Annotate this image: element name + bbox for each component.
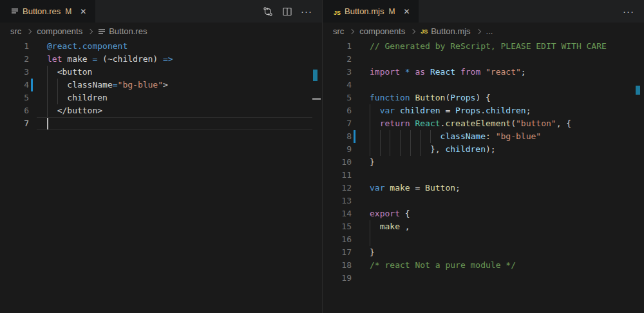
indent-guide bbox=[47, 66, 48, 117]
code-text: var children = Props.children; bbox=[370, 104, 531, 117]
more-actions-button[interactable]: ··· bbox=[299, 5, 314, 19]
overview-ruler-modified-mark bbox=[636, 86, 640, 95]
code-text: @react.component bbox=[47, 40, 128, 53]
breadcrumb: srccomponentsJSButton.mjs... bbox=[323, 23, 644, 40]
indent-guide bbox=[380, 130, 381, 156]
open-changes-button[interactable] bbox=[261, 5, 275, 19]
ellipsis-icon: ··· bbox=[301, 8, 312, 15]
line-number: 18 bbox=[323, 259, 352, 272]
indent-guide bbox=[57, 79, 58, 104]
breadcrumb-item[interactable]: src bbox=[10, 26, 21, 36]
js-file-icon: JS bbox=[334, 6, 341, 17]
chevron-right-icon bbox=[26, 28, 32, 33]
indent-guide bbox=[420, 130, 421, 156]
indent-guide bbox=[430, 130, 431, 143]
code-text: make , bbox=[370, 220, 410, 233]
code-text: } bbox=[370, 246, 375, 259]
code-line: 10} bbox=[323, 156, 644, 169]
code-text: import * as React from "react"; bbox=[370, 66, 526, 79]
breadcrumb-label: components bbox=[37, 26, 82, 36]
code-editor-button-mjs[interactable]: 1// Generated by ReScript, PLEASE EDIT W… bbox=[323, 40, 644, 313]
code-text: children bbox=[47, 91, 108, 104]
tab-bar-right: JS Button.mjs M ✕ ··· bbox=[323, 0, 644, 23]
breadcrumb-item[interactable]: ... bbox=[486, 26, 493, 36]
breadcrumb-label: Button.mjs bbox=[431, 26, 470, 36]
tab-button-res[interactable]: Button.res M ✕ bbox=[0, 0, 95, 23]
code-text: className: "bg-blue" bbox=[370, 130, 541, 143]
breadcrumb-item[interactable]: Button.res bbox=[98, 26, 147, 36]
code-text: </button> bbox=[47, 104, 102, 117]
vscode-editor-area: Button.res M ✕ ··· srccomponentsButton.r… bbox=[0, 0, 644, 313]
chevron-right-icon bbox=[349, 28, 354, 33]
line-number: 11 bbox=[323, 169, 352, 182]
code-text: let make = (~children) => bbox=[47, 53, 173, 66]
code-line: 4 bbox=[323, 79, 644, 91]
code-text: }, children); bbox=[370, 143, 496, 156]
indent-guide bbox=[400, 130, 401, 156]
git-modified-badge: M bbox=[388, 7, 395, 16]
line-number: 9 bbox=[323, 143, 352, 156]
code-line: 18/* react Not a pure module */ bbox=[323, 259, 644, 272]
line-number: 19 bbox=[323, 272, 352, 285]
close-icon[interactable]: ✕ bbox=[78, 6, 88, 17]
chevron-right-icon bbox=[410, 28, 415, 33]
gutter-modified-indicator bbox=[31, 79, 33, 91]
indent-guide bbox=[410, 130, 411, 156]
code-line: 6 var children = Props.children; bbox=[323, 104, 644, 117]
line-number: 17 bbox=[323, 246, 352, 259]
line-number: 7 bbox=[323, 117, 352, 130]
code-line: 3 <button bbox=[0, 66, 322, 79]
code-line: 1// Generated by ReScript, PLEASE EDIT W… bbox=[323, 40, 644, 53]
git-modified-badge: M bbox=[65, 7, 71, 16]
code-text: function Button(Props) { bbox=[370, 91, 491, 104]
breadcrumb-item[interactable]: src bbox=[333, 26, 344, 36]
code-line: 19 bbox=[323, 272, 644, 285]
code-line: 2 bbox=[323, 53, 644, 66]
code-line: 14export { bbox=[323, 207, 644, 220]
code-editor-button-res[interactable]: 1@react.component2let make = (~children)… bbox=[0, 40, 322, 313]
breadcrumb-label: src bbox=[10, 26, 21, 36]
tab-button-mjs[interactable]: JS Button.mjs M ✕ bbox=[323, 0, 419, 23]
breadcrumb-item[interactable]: JSButton.mjs bbox=[421, 26, 470, 36]
split-editor-button[interactable] bbox=[280, 5, 294, 19]
line-number: 6 bbox=[323, 104, 352, 117]
editor-group-left: Button.res M ✕ ··· srccomponentsButton.r… bbox=[0, 0, 322, 313]
breadcrumb-item[interactable]: components bbox=[37, 26, 82, 36]
line-number: 16 bbox=[323, 233, 352, 246]
code-line: 12var make = Button; bbox=[323, 182, 644, 194]
close-icon[interactable]: ✕ bbox=[401, 6, 412, 17]
code-line: 8 className: "bg-blue" bbox=[323, 130, 644, 143]
breadcrumb: srccomponentsButton.res bbox=[0, 23, 322, 40]
code-line: 2let make = (~children) => bbox=[0, 53, 322, 66]
code-text: export { bbox=[370, 207, 410, 220]
line-number: 4 bbox=[0, 79, 29, 91]
tab-title: Button.mjs bbox=[345, 6, 384, 16]
code-line: 7 return React.createElement("button", { bbox=[323, 117, 644, 130]
breadcrumb-label: src bbox=[333, 26, 344, 36]
code-line: 4 className="bg-blue"> bbox=[0, 79, 322, 91]
js-file-icon: JS bbox=[334, 10, 341, 16]
code-line: 5function Button(Props) { bbox=[323, 91, 644, 104]
code-text: <button bbox=[47, 66, 92, 79]
chevron-right-icon bbox=[475, 28, 480, 33]
code-text: } bbox=[370, 156, 375, 169]
breadcrumb-item[interactable]: components bbox=[359, 26, 405, 36]
code-text: return React.createElement("button", { bbox=[370, 117, 571, 130]
line-number: 10 bbox=[323, 156, 352, 169]
text-cursor bbox=[47, 118, 48, 129]
breadcrumb-label: ... bbox=[486, 26, 493, 36]
line-number: 2 bbox=[323, 53, 352, 66]
tab-bar-left: Button.res M ✕ ··· bbox=[0, 0, 322, 23]
indent-guide bbox=[370, 104, 370, 156]
gutter-modified-indicator bbox=[354, 130, 355, 143]
code-line: 7 bbox=[0, 117, 322, 130]
code-line: 16 bbox=[323, 233, 644, 246]
more-actions-button[interactable]: ··· bbox=[621, 5, 636, 19]
editor-group-right: JS Button.mjs M ✕ ··· srccomponentsJSBut… bbox=[322, 0, 644, 313]
res-file-icon bbox=[11, 6, 19, 17]
line-number: 1 bbox=[0, 40, 29, 53]
code-line: 1@react.component bbox=[0, 40, 322, 53]
breadcrumb-label: components bbox=[359, 26, 405, 36]
code-line: 11 bbox=[323, 169, 644, 182]
ellipsis-icon: ··· bbox=[623, 8, 634, 15]
